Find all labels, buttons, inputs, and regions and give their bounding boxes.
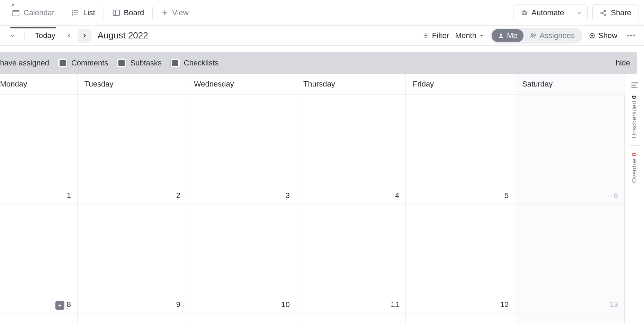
subtasks-label: Subtasks <box>130 58 162 68</box>
overdue-count: 0 <box>631 153 638 156</box>
tab-calendar-label: Calendar <box>24 8 54 17</box>
timescale-label: Month <box>455 31 476 40</box>
tab-calendar[interactable]: Calendar <box>6 5 61 21</box>
chevron-down-icon <box>9 32 16 39</box>
date-number: 5 <box>504 191 509 200</box>
rail-toggle-button[interactable] <box>631 82 638 88</box>
date-number: 10 <box>281 300 290 309</box>
svg-point-13 <box>534 34 536 35</box>
checklists-checkbox[interactable]: Checklists <box>171 58 218 68</box>
assignee-toggle: Me Assignees <box>490 28 582 44</box>
calendar-cell[interactable]: 8 <box>0 204 78 313</box>
collapse-sidebar-button[interactable] <box>6 29 19 43</box>
date-number: 1 <box>67 191 71 200</box>
plus-icon <box>55 301 64 310</box>
divider <box>63 7 63 19</box>
calendar-cell[interactable]: 12 <box>406 204 515 313</box>
prev-period-button[interactable] <box>62 29 76 43</box>
automate-button[interactable]: Automate <box>513 4 571 21</box>
date-number: 2 <box>176 191 180 200</box>
automate-group: Automate <box>513 4 588 21</box>
date-number: 11 <box>391 300 399 309</box>
calendar-cell[interactable]: 11 <box>296 204 406 313</box>
overdue-label: Overdue <box>631 158 638 183</box>
calendar-cell[interactable]: 2 <box>78 94 187 204</box>
filter-button[interactable]: Filter <box>422 31 449 40</box>
day-header: Wednesday <box>187 74 296 94</box>
add-view-button[interactable]: View <box>155 5 195 21</box>
caret-down-icon <box>479 33 484 38</box>
target-icon <box>589 32 596 39</box>
day-header: Thursday <box>296 74 406 94</box>
show-button[interactable]: Show <box>589 31 617 40</box>
person-icon <box>498 33 504 39</box>
checklists-label: Checklists <box>184 58 218 68</box>
view-tabs: Calendar List Board View <box>6 5 195 21</box>
calendar-cell[interactable] <box>0 313 78 324</box>
svg-point-2 <box>72 12 73 13</box>
today-label: Today <box>35 31 55 40</box>
date-number: 12 <box>500 300 509 309</box>
share-icon <box>600 9 607 17</box>
calendar-icon <box>12 9 20 17</box>
tab-board-label: Board <box>124 8 144 17</box>
more-menu-button[interactable] <box>624 33 638 38</box>
calendar-cell[interactable] <box>296 313 406 324</box>
date-number: 8 <box>67 300 71 309</box>
calendar-cell[interactable] <box>406 313 515 324</box>
checkbox-icon <box>117 58 126 68</box>
automate-dropdown[interactable] <box>571 4 588 21</box>
share-button[interactable]: Share <box>592 4 638 21</box>
svg-rect-4 <box>113 10 119 16</box>
calendar-cell[interactable]: 10 <box>187 204 296 313</box>
date-number: 6 <box>614 191 618 200</box>
share-label: Share <box>611 8 631 17</box>
day-header: Friday <box>406 74 515 94</box>
calendar-cell[interactable] <box>187 313 296 324</box>
calendar-cell[interactable]: 9 <box>78 204 187 313</box>
svg-point-3 <box>72 15 73 15</box>
calendar-body: Monday Tuesday Wednesday Thursday Friday… <box>0 74 625 324</box>
calendar-cell[interactable]: 4 <box>296 94 406 204</box>
calendar-cell[interactable]: 5 <box>406 94 515 204</box>
calendar-cell[interactable] <box>515 313 625 324</box>
filter-label: Filter <box>432 31 449 40</box>
today-button[interactable]: Today <box>29 29 61 42</box>
comments-checkbox[interactable]: Comments <box>58 58 108 68</box>
me-label: Me <box>507 31 518 40</box>
svg-point-1 <box>72 10 73 11</box>
calendar-cell[interactable]: 13 <box>515 204 625 313</box>
show-label: Show <box>598 31 617 40</box>
calendar-cell[interactable]: 6 <box>515 94 625 204</box>
overdue-panel-toggle[interactable]: Overdue 0 <box>631 153 638 183</box>
pin-icon <box>10 3 15 8</box>
people-icon <box>530 32 537 39</box>
add-task-button[interactable] <box>55 301 64 310</box>
right-rail: Unscheduled 0 Overdue 0 <box>625 74 644 324</box>
divider <box>630 145 639 146</box>
tab-list[interactable]: List <box>65 5 101 21</box>
timescale-dropdown[interactable]: Month <box>455 31 484 40</box>
tab-board[interactable]: Board <box>106 5 151 21</box>
filter-partial-label: have assigned <box>0 58 49 68</box>
checkbox-icon <box>171 58 180 68</box>
filter-options-bar: have assigned Comments Subtasks Checklis… <box>0 52 637 74</box>
assignees-toggle[interactable]: Assignees <box>524 29 581 42</box>
list-icon <box>71 9 80 17</box>
me-toggle[interactable]: Me <box>492 29 524 42</box>
plus-icon <box>161 9 169 17</box>
calendar-cell[interactable]: 1 <box>0 94 78 204</box>
hide-filter-bar-button[interactable]: hide <box>616 58 630 68</box>
svg-point-7 <box>525 13 526 14</box>
calendar-cell[interactable] <box>78 313 187 324</box>
unscheduled-panel-toggle[interactable]: Unscheduled 0 <box>631 95 638 138</box>
subtasks-checkbox[interactable]: Subtasks <box>117 58 162 68</box>
calendar-grid: 1 2 3 4 5 6 8 9 10 11 12 13 <box>0 94 625 324</box>
unscheduled-count: 0 <box>631 95 638 99</box>
day-header: Saturday <box>515 74 625 94</box>
robot-icon <box>520 9 528 17</box>
calendar-cell[interactable]: 3 <box>187 94 296 204</box>
next-period-button[interactable] <box>78 29 91 43</box>
unscheduled-label: Unscheduled <box>631 101 638 138</box>
nav-right: Filter Month Me Assignees <box>422 28 638 44</box>
